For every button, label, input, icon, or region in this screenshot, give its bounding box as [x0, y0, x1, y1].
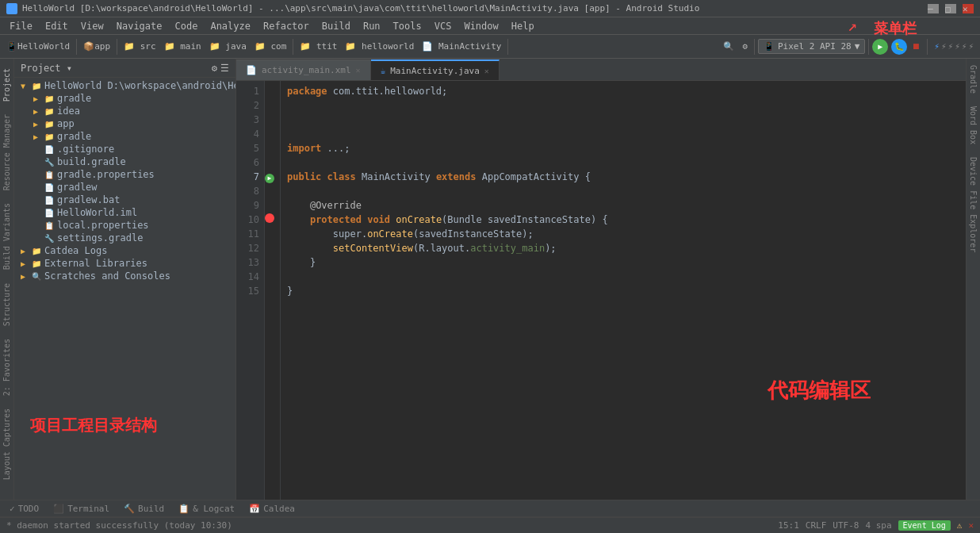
- tree-item-gradlew[interactable]: 📄 gradlew: [14, 181, 235, 194]
- settings-icon[interactable]: ☰: [220, 63, 229, 74]
- tab-mainactivity[interactable]: ☕ MainActivity.java ✕: [371, 59, 500, 80]
- tree-label: gradle.properties: [57, 169, 155, 180]
- tree-item-gitignore[interactable]: 📄 .gitignore: [14, 143, 235, 155]
- menu-view[interactable]: View: [75, 17, 110, 34]
- tree-item-buildgradle[interactable]: 🔧 build.gradle: [14, 155, 235, 168]
- menu-code[interactable]: Code: [169, 17, 205, 34]
- editor-container: 📄 activity_main.xml ✕ ☕ MainActivity.jav…: [236, 59, 966, 500]
- gutter-10[interactable]: [265, 213, 280, 227]
- spacer-icon: [30, 232, 41, 243]
- menu-tools[interactable]: Tools: [387, 17, 428, 34]
- tree-item-scratches[interactable]: ▶ 🔍 Scratches and Consoles: [14, 270, 235, 282]
- breakpoint-icon[interactable]: [265, 213, 274, 223]
- tree-item-helloworld-root[interactable]: ▼ 📁 HelloWorld D:\workspace\android\Hell…: [14, 79, 235, 92]
- folder-arrow-icon: ▶: [30, 105, 41, 117]
- stop-button[interactable]: ⏹: [909, 37, 924, 56]
- toolbar-mainactivity[interactable]: 📄 MainActivity: [419, 37, 504, 56]
- right-tab-device-explorer[interactable]: Device File Explorer: [967, 151, 979, 259]
- run-gutter-icon[interactable]: ▶: [265, 174, 274, 183]
- toolbar-settings[interactable]: ⚙: [739, 37, 751, 56]
- menu-annotation-arrow: ↗: [848, 16, 857, 35]
- spacer-icon: [30, 156, 41, 167]
- gutter-11: [265, 227, 280, 241]
- code-line-6: [287, 155, 959, 170]
- code-line-14: [287, 270, 959, 284]
- menu-build[interactable]: Build: [316, 17, 357, 34]
- sidebar-tab-resource[interactable]: Resource Manager: [1, 108, 13, 197]
- gutter-2: [265, 98, 280, 113]
- spacer-icon: [30, 207, 41, 218]
- code-line-5: import ...;: [287, 141, 959, 155]
- tree-item-app[interactable]: ▶ 📁 app: [14, 117, 235, 130]
- bottom-tab-logcat[interactable]: 📋 & Logcat: [172, 500, 241, 516]
- menu-vcs[interactable]: VCS: [428, 17, 458, 34]
- gutter-12: [265, 241, 280, 255]
- tree-item-idea[interactable]: ▶ 📁 idea: [14, 105, 235, 117]
- toolbar-app[interactable]: 📦 app: [80, 37, 113, 56]
- tree-item-gradleprops[interactable]: 📋 gradle.properties: [14, 168, 235, 181]
- menu-file[interactable]: File: [3, 17, 39, 34]
- tree-item-iml[interactable]: 📄 HelloWorld.iml: [14, 206, 235, 219]
- sidebar-tab-structure[interactable]: Structure: [1, 277, 13, 332]
- toolbar-sep-5: [754, 39, 755, 55]
- close-button[interactable]: ✕: [963, 4, 974, 13]
- bottom-tab-caldea[interactable]: 📅 Caldea: [243, 500, 301, 516]
- toolbar-java[interactable]: 📁 java: [206, 37, 250, 56]
- toolbar-src[interactable]: 📁 src: [121, 37, 159, 56]
- event-log-button[interactable]: Event Log: [898, 520, 951, 531]
- debug-button[interactable]: 🐛: [891, 39, 907, 55]
- bottom-tab-todo[interactable]: ✓ TODO: [3, 500, 45, 516]
- xml-file-icon: 📄: [246, 65, 257, 75]
- menu-navigate[interactable]: Navigate: [110, 17, 169, 34]
- menu-refactor[interactable]: Refactor: [257, 17, 316, 34]
- menu-help[interactable]: Help: [505, 17, 541, 34]
- sidebar-tab-project[interactable]: Project: [1, 62, 13, 108]
- terminal-icon: ⬛: [53, 504, 64, 514]
- bottom-tab-logcat-label: & Logcat: [193, 504, 235, 514]
- sidebar-tab-build[interactable]: Build Variants: [1, 197, 13, 276]
- bottom-tab-caldea-label: Caldea: [263, 504, 295, 514]
- sidebar-tab-favorites[interactable]: 2: Favorites: [1, 332, 13, 402]
- bottom-tabs-bar: ✓ TODO ⬛ Terminal 🔨 Build 📋 & Logcat 📅 C…: [0, 500, 980, 517]
- toolbar-com[interactable]: 📁 com: [251, 37, 290, 56]
- tree-item-catdea[interactable]: ▶ 📁 Catdea Logs: [14, 244, 235, 257]
- menu-run[interactable]: Run: [357, 17, 387, 34]
- bottom-tab-build[interactable]: 🔨 Build: [117, 500, 170, 516]
- tree-item-gradle[interactable]: ▶ 📁 gradle: [14, 92, 235, 105]
- code-line-8: [287, 184, 959, 198]
- status-bar: * daemon started successfully (today 10:…: [0, 517, 980, 533]
- tree-label: idea: [57, 105, 80, 117]
- title-bar: HelloWorld [D:\workspace\android\HelloWo…: [0, 0, 980, 17]
- tab-activity-main[interactable]: 📄 activity_main.xml ✕: [236, 59, 371, 80]
- tree-item-extlibs[interactable]: ▶ 📁 External Libraries: [14, 257, 235, 270]
- bottom-tab-build-label: Build: [138, 504, 164, 514]
- toolbar-ttit[interactable]: 📁 ttit: [297, 37, 340, 56]
- sync-icon[interactable]: ⚙: [212, 63, 217, 74]
- bottom-tab-terminal[interactable]: ⬛ Terminal: [47, 500, 116, 516]
- tree-item-gradlewbat[interactable]: 📄 gradlew.bat: [14, 194, 235, 206]
- code-editor[interactable]: package com.ttit.helloworld; import ...;…: [281, 81, 966, 500]
- menu-window[interactable]: Window: [457, 17, 504, 34]
- tree-item-localprops[interactable]: 📋 local.properties: [14, 219, 235, 232]
- sidebar-tab-captures[interactable]: Layout Captures: [1, 402, 13, 486]
- maximize-button[interactable]: □: [945, 4, 956, 13]
- tree-item-gradle2[interactable]: ▶ 📁 gradle: [14, 130, 235, 143]
- tab-close-icon[interactable]: ✕: [484, 67, 489, 75]
- device-selector[interactable]: 📱 Pixel 2 API 28 ▼: [758, 39, 865, 54]
- toolbar-helloworld[interactable]: 📱 HelloWorld: [3, 37, 73, 56]
- right-tab-gradle[interactable]: Gradle: [967, 59, 979, 100]
- menu-analyze[interactable]: Analyze: [204, 17, 257, 34]
- menu-edit[interactable]: Edit: [39, 17, 75, 34]
- minimize-button[interactable]: ─: [928, 4, 939, 13]
- gutter-8: [265, 184, 280, 198]
- tree-item-settingsgradle[interactable]: 🔧 settings.gradle: [14, 232, 235, 244]
- line-num-6: 6: [236, 155, 259, 170]
- toolbar-sep-2: [117, 39, 117, 55]
- right-tab-wordbox[interactable]: Word Box: [967, 100, 979, 151]
- toolbar-search[interactable]: 🔍: [720, 37, 737, 56]
- toolbar-main[interactable]: 📁 main: [161, 37, 205, 56]
- toolbar-helloworld-pkg[interactable]: 📁 helloworld: [342, 37, 417, 56]
- run-button[interactable]: ▶: [872, 39, 888, 55]
- tab-close-icon[interactable]: ✕: [356, 66, 361, 75]
- gutter-7[interactable]: ▶: [265, 170, 280, 184]
